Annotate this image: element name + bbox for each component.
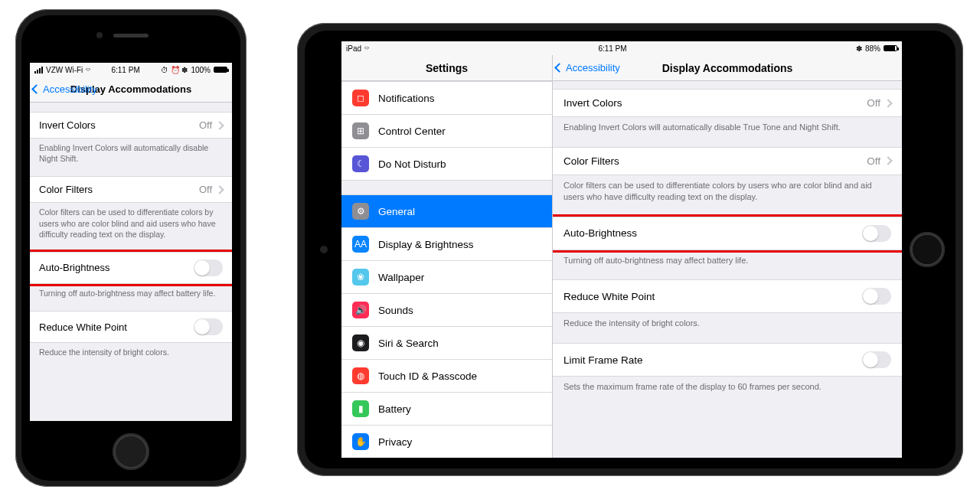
sidebar-item-dnd[interactable]: ☾Do Not Disturb <box>341 148 552 181</box>
note-limit-frame-rate: Sets the maximum frame rate of the displ… <box>553 377 902 393</box>
content-area: Invert Colors Off Enabling Invert Colors… <box>30 103 232 357</box>
row-color-filters[interactable]: Color Filters Off <box>553 147 902 175</box>
sidebar-item-label: Siri & Search <box>378 338 439 349</box>
gear-icon: ⚙ <box>352 203 369 220</box>
back-label: Accessibility <box>43 83 97 95</box>
wifi-icon: ⌔ <box>86 66 90 74</box>
sidebar-item-touchid[interactable]: ◍Touch ID & Passcode <box>341 360 552 393</box>
chevron-left-icon <box>31 84 41 94</box>
toggle-white-point[interactable] <box>194 318 223 335</box>
sidebar-item-label: Privacy <box>378 436 412 448</box>
note-white-point: Reduce the intensity of bright colors. <box>553 313 902 329</box>
row-limit-frame-rate[interactable]: Limit Frame Rate <box>553 343 902 377</box>
toggle-limit-frame-rate[interactable] <box>862 351 891 368</box>
status-time: 6:11 PM <box>598 44 626 53</box>
home-button[interactable] <box>113 433 149 470</box>
note-invert: Enabling Invert Colors will automaticall… <box>553 117 902 133</box>
wallpaper-icon: ❀ <box>352 269 369 286</box>
sidebar-item-notifications[interactable]: ◻Notifications <box>341 81 552 115</box>
note-filters: Color filters can be used to differentia… <box>553 175 902 203</box>
chevron-left-icon <box>554 63 564 73</box>
battery-percent: 88% <box>865 44 880 53</box>
sidebar-item-label: Notifications <box>378 93 435 104</box>
chevron-right-icon <box>215 185 224 194</box>
row-reduce-white-point[interactable]: Reduce White Point <box>30 311 232 343</box>
toggle-auto-brightness[interactable] <box>194 259 223 276</box>
chevron-right-icon <box>215 121 224 129</box>
row-label: Auto-Brightness <box>564 227 637 239</box>
group-white-point: Reduce White Point Reduce the intensity … <box>553 279 902 329</box>
row-value: Off <box>867 155 880 167</box>
sidebar-item-privacy[interactable]: ✋Privacy <box>341 426 552 458</box>
row-label: Reduce White Point <box>564 291 655 302</box>
note-auto-brightness: Turning off auto-brightness may affect b… <box>553 250 902 266</box>
row-label: Color Filters <box>564 155 619 167</box>
row-label: Limit Frame Rate <box>564 354 643 366</box>
row-label: Reduce White Point <box>39 321 127 333</box>
battery-icon <box>884 45 897 51</box>
sidebar-item-general[interactable]: ⚙General <box>341 194 552 228</box>
toggle-auto-brightness[interactable] <box>862 225 891 242</box>
row-label: Invert Colors <box>564 97 622 109</box>
group-white-point: Reduce White Point Reduce the intensity … <box>30 311 232 357</box>
nav-bar: Accessibility Display Accommodations <box>553 55 902 81</box>
row-invert-colors[interactable]: Invert Colors Off <box>553 89 902 117</box>
sidebar-item-label: Touch ID & Passcode <box>378 370 477 382</box>
status-bar: iPad ⌔ 6:11 PM ✽ 88% <box>341 41 902 55</box>
group-filters: Color Filters Off Color filters can be u… <box>553 147 902 203</box>
row-value: Off <box>199 119 212 131</box>
toggle-white-point[interactable] <box>862 288 891 305</box>
sidebar-list[interactable]: ◻Notifications ⊞Control Center ☾Do Not D… <box>341 81 552 458</box>
device-label: iPad <box>346 44 361 53</box>
row-invert-colors[interactable]: Invert Colors Off <box>30 112 232 139</box>
chevron-right-icon <box>884 157 892 165</box>
ipad-bezel: iPad ⌔ 6:11 PM ✽ 88% Settings ◻Not <box>305 31 956 468</box>
sidebar-item-sounds[interactable]: 🔊Sounds <box>341 294 552 327</box>
siri-icon: ◉ <box>352 334 369 351</box>
bluetooth-icon: ✽ <box>856 44 862 53</box>
note-auto-brightness: Turning off auto-brightness may affect b… <box>30 284 232 299</box>
iphone-bezel: VZW Wi-Fi ⌔ 6:11 PM ⏱ ⏰ ✽ 100% Accessibi… <box>21 15 240 481</box>
group-filters: Color Filters Off Color filters can be u… <box>30 176 232 240</box>
back-button[interactable]: Accessibility <box>33 77 97 102</box>
detail-pane: Accessibility Display Accommodations Inv… <box>553 55 902 458</box>
row-auto-brightness[interactable]: Auto-Brightness <box>30 252 232 284</box>
row-value: Off <box>867 97 880 109</box>
group-auto-brightness: Auto-Brightness Turning off auto-brightn… <box>30 252 232 299</box>
ipad-device: iPad ⌔ 6:11 PM ✽ 88% Settings ◻Not <box>297 23 963 476</box>
sidebar-item-battery[interactable]: ▮Battery <box>341 393 552 426</box>
notifications-icon: ◻ <box>352 90 369 106</box>
front-camera-icon <box>96 32 103 38</box>
note-white-point: Reduce the intensity of bright colors. <box>30 343 232 357</box>
group-auto-brightness: Auto-Brightness Turning off auto-brightn… <box>553 217 902 266</box>
sidebar-item-display[interactable]: AADisplay & Brightness <box>341 228 552 261</box>
nav-bar: Accessibility Display Accommodations <box>30 77 232 103</box>
iphone-device: VZW Wi-Fi ⌔ 6:11 PM ⏱ ⏰ ✽ 100% Accessibi… <box>15 9 247 487</box>
battery-percent: 100% <box>191 66 211 74</box>
sidebar-item-wallpaper[interactable]: ❀Wallpaper <box>341 261 552 294</box>
row-reduce-white-point[interactable]: Reduce White Point <box>553 279 902 313</box>
sidebar-item-control-center[interactable]: ⊞Control Center <box>341 115 552 148</box>
note-filters: Color filters can be used to differentia… <box>30 203 232 240</box>
battery-icon: ▮ <box>352 400 369 417</box>
page-title: Display Accommodations <box>662 62 793 74</box>
speaker-icon <box>113 34 149 38</box>
row-value: Off <box>199 184 212 195</box>
home-button[interactable] <box>910 232 945 267</box>
sidebar-item-label: Do Not Disturb <box>378 158 446 170</box>
note-invert: Enabling Invert Colors will automaticall… <box>30 139 232 164</box>
carrier-label: VZW Wi-Fi <box>46 66 83 74</box>
back-label: Accessibility <box>566 62 620 73</box>
sidebar-item-siri[interactable]: ◉Siri & Search <box>341 327 552 360</box>
status-icons: ⏱ ⏰ ✽ <box>161 66 188 74</box>
row-label: Invert Colors <box>39 119 96 131</box>
sidebar-item-label: Display & Brightness <box>378 239 474 250</box>
row-color-filters[interactable]: Color Filters Off <box>30 176 232 203</box>
row-auto-brightness[interactable]: Auto-Brightness <box>553 217 902 250</box>
status-bar: VZW Wi-Fi ⌔ 6:11 PM ⏱ ⏰ ✽ 100% <box>30 63 232 77</box>
sidebar-item-label: Control Center <box>378 126 446 137</box>
back-button[interactable]: Accessibility <box>556 55 620 80</box>
chevron-right-icon <box>884 99 892 107</box>
row-label: Color Filters <box>39 184 93 195</box>
signal-icon <box>34 67 43 73</box>
